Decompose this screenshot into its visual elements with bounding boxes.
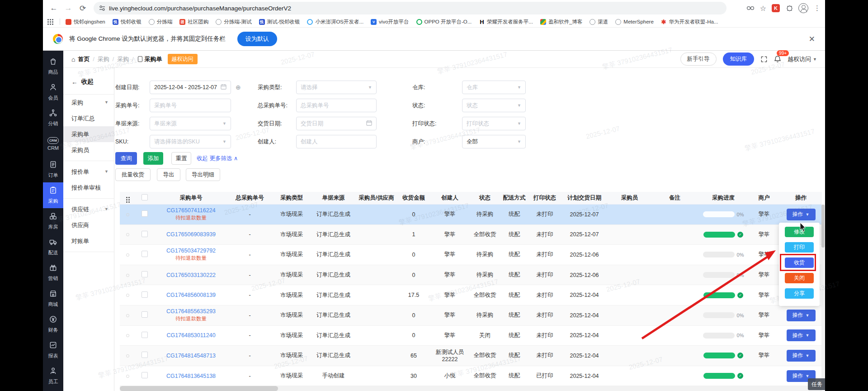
export-button[interactable]: 导出	[157, 168, 180, 181]
set-default-button[interactable]: 设为默认	[237, 32, 277, 46]
back-icon[interactable]: ←	[47, 2, 60, 14]
forward-icon[interactable]: →	[62, 2, 75, 14]
apps-grid-icon[interactable]	[47, 19, 53, 25]
drag-handle-icon[interactable]	[126, 314, 129, 317]
sidebar-item-mall[interactable]: 商城	[43, 286, 63, 311]
infobar-close-icon[interactable]: ✕	[809, 34, 815, 44]
bookmark-item[interactable]: ✱华为开发者联盟-Ha...	[661, 19, 718, 25]
reset-button[interactable]: 重置	[171, 152, 191, 165]
order-number-link[interactable]: CG1765074116224	[154, 207, 228, 214]
vertical-scrollbar[interactable]	[821, 205, 825, 386]
order-number-link[interactable]: CG1764856008139	[154, 292, 228, 298]
row-checkbox[interactable]	[142, 291, 148, 298]
filter-select[interactable]: 请选择筛选的SKU▼	[150, 135, 231, 148]
bookmark-item[interactable]: 悦邻qingshen	[66, 19, 105, 25]
extension-icon[interactable]: K	[772, 4, 780, 12]
row-checkbox[interactable]	[142, 352, 148, 358]
row-checkbox[interactable]	[142, 332, 148, 338]
submenu-item-供应商[interactable]: 供应商	[63, 217, 114, 233]
bookmark-item[interactable]: H荣耀开发者服务平...	[479, 19, 533, 25]
collapse-menu-button[interactable]: ←收起	[63, 68, 114, 95]
row-action-button[interactable]: 操作▼	[787, 310, 816, 321]
table-row[interactable]: CG1764813645138-市场现采手动创建30小悦全部收货统配已打印202…	[120, 366, 822, 386]
row-action-button[interactable]: 操作▼	[787, 350, 816, 362]
extensions-puzzle-icon[interactable]	[785, 5, 793, 12]
add-date-filter-icon[interactable]: ⊕	[236, 81, 241, 94]
reload-icon[interactable]: ⟳	[76, 2, 89, 14]
submenu-item-对账单[interactable]: 对账单	[63, 233, 114, 249]
order-number-link[interactable]: CG1764855635293	[154, 308, 228, 315]
filter-input[interactable]: 创建人	[296, 135, 377, 148]
table-row[interactable]: CG1765069083939-市场现采订单汇总生成1擎莘全部收货统配未打印20…	[120, 225, 822, 245]
sidebar-item-order[interactable]: 订单	[43, 157, 63, 182]
table-row[interactable]: CG1764855635293待扣退款数量-市场现采订单汇总生成0擎莘待采购统配…	[120, 305, 822, 326]
submenu-item-订单汇总[interactable]: 订单汇总	[63, 110, 114, 126]
dropdown-分享-button[interactable]: 分享	[785, 288, 814, 299]
sidebar-item-purchase[interactable]: 采购	[43, 182, 63, 208]
table-row[interactable]: CG1764853011240-市场现采订单汇总生成0擎莘关闭统配未打印2025…	[120, 326, 822, 346]
home-icon[interactable]: ⌂	[71, 56, 75, 63]
bookmark-item[interactable]: Vvivo开放平台	[371, 19, 409, 25]
table-row[interactable]: CG1764856008139-市场现采订单汇总生成17.5擎莘全部收货统配未打…	[120, 285, 822, 305]
bookmark-item[interactable]: MeterSphere	[615, 19, 653, 25]
dropdown-打印-button[interactable]: 打印	[785, 242, 814, 253]
table-row[interactable]: CG1765074116224待扣退款数量-市场现采订单汇总生成0擎莘待采购统配…	[120, 205, 822, 225]
drag-handle-icon[interactable]	[126, 375, 129, 378]
drag-handle-icon[interactable]	[126, 334, 129, 337]
filter-date-range-input[interactable]: 2025-12-04 - 2025-12-07	[150, 81, 231, 94]
row-checkbox[interactable]	[142, 372, 148, 378]
url-bar[interactable]: live.yinghecloud.com/purchase/purchaseMa…	[94, 2, 726, 14]
order-number-link[interactable]: CG1765034729792	[154, 248, 228, 254]
row-checkbox[interactable]	[142, 271, 148, 277]
sidebar-item-marketing[interactable]: 营销	[43, 260, 63, 286]
order-number-link[interactable]: CG1764813645138	[154, 373, 228, 379]
drag-handle-icon[interactable]	[126, 253, 129, 257]
drag-handle-icon[interactable]	[126, 274, 129, 277]
dropdown-关闭-button[interactable]: 关闭	[785, 273, 814, 283]
filter-input[interactable]: 总采购单号	[296, 99, 377, 112]
beginner-guide-button[interactable]: 新手引导	[680, 52, 717, 66]
row-checkbox[interactable]	[142, 231, 148, 237]
account-dropdown[interactable]: 越权访问 ▼	[788, 55, 817, 63]
filter-select[interactable]: 请选择▼	[296, 81, 377, 94]
sidebar-item-staff[interactable]: 员工	[43, 363, 63, 389]
filter-select[interactable]: 打印状态▼	[462, 117, 526, 130]
search-button[interactable]: 查询	[115, 152, 137, 165]
submenu-item-采购员[interactable]: 采购员	[63, 142, 114, 158]
fullscreen-icon[interactable]	[760, 56, 768, 63]
sidebar-item-crm[interactable]: CRMCRM	[43, 131, 63, 157]
preview-icon[interactable]	[746, 5, 755, 11]
row-checkbox[interactable]	[142, 210, 148, 217]
row-action-button[interactable]: 操作▼	[787, 209, 816, 220]
batch-receive-button[interactable]: 批量收货	[115, 168, 151, 181]
bookmark-item[interactable]: 小米澎湃OS开发者...	[307, 19, 363, 25]
site-settings-icon[interactable]	[99, 5, 105, 11]
bookmark-item[interactable]: 渠道	[590, 19, 608, 25]
sidebar-item-delivery[interactable]: 配送	[43, 234, 63, 260]
row-action-button[interactable]: 操作▼	[787, 329, 816, 341]
notification-bell-icon[interactable]: 99+	[774, 55, 781, 63]
drag-handle-icon[interactable]	[126, 354, 129, 358]
bookmark-item[interactable]: 悦测试-悦邻收银	[259, 19, 300, 25]
bookmark-item[interactable]: 团社区团购	[179, 19, 208, 25]
filter-select[interactable]: 全部▼	[462, 135, 526, 148]
table-row[interactable]: CG1765034729792待扣退款数量-市场现采订单汇总生成0擎莘待采购统配…	[120, 245, 822, 265]
sidebar-item-member[interactable]: 会员	[43, 79, 63, 105]
bookmark-star-icon[interactable]: ☆	[760, 4, 766, 13]
add-button[interactable]: 添加	[143, 152, 163, 165]
bookmark-item[interactable]: 分拣端	[149, 19, 173, 25]
submenu-item-报价单审核[interactable]: 报价单审核	[63, 180, 114, 196]
submenu-group-报价单[interactable]: 报价单▼	[63, 164, 114, 180]
submenu-group-供应链[interactable]: 供应链▼	[63, 201, 114, 217]
filter-input[interactable]: 采购单号	[150, 99, 231, 112]
sidebar-item-share[interactable]: 分销	[43, 105, 63, 131]
export-detail-button[interactable]: 导出明细	[186, 168, 220, 181]
order-number-link[interactable]: CG1764814548713	[154, 353, 228, 359]
bookmark-item[interactable]: 盈和软件_博客	[540, 19, 582, 25]
profile-avatar[interactable]	[798, 3, 808, 13]
row-checkbox[interactable]	[142, 311, 148, 318]
order-number-link[interactable]: CG1765033130222	[154, 272, 228, 278]
filter-select[interactable]: 单据来源▼	[150, 117, 231, 130]
collapse-more-filters-link[interactable]: 收起 更多筛选 ∧	[197, 152, 238, 165]
filter-select[interactable]: 状态▼	[462, 99, 526, 112]
